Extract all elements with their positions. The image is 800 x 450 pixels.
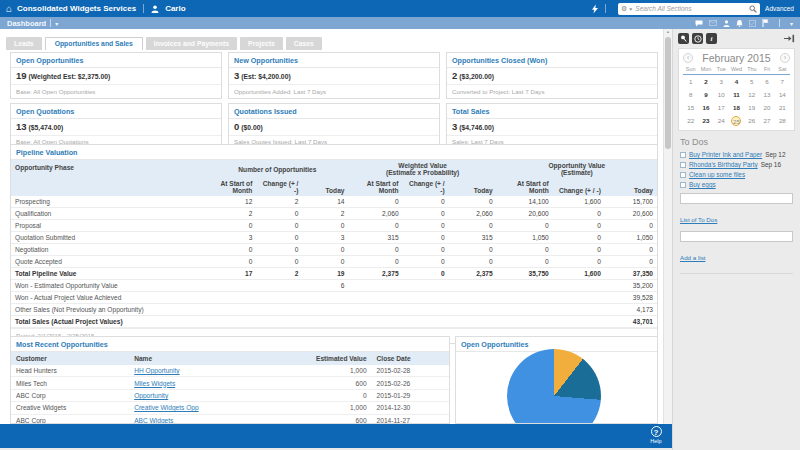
kpi-card-value: 2 ($3,200.00) (447, 68, 657, 85)
todo-item: Clean up some files (680, 171, 793, 178)
calendar-date-2[interactable]: 2 (698, 78, 713, 87)
value-cell: 0 (348, 244, 402, 256)
calendar-date-9[interactable]: 9 (698, 91, 713, 100)
kpi-card-title[interactable]: Quotations Issued (229, 104, 439, 119)
chat-icon[interactable] (695, 20, 703, 27)
opportunity-link[interactable]: ABC Widgets (134, 417, 173, 424)
main-scrollbar[interactable]: ▲ (663, 29, 672, 424)
top-app-bar: ⌂ Consolidated Widgets Services Carlo ⚙ … (0, 0, 800, 17)
opportunity-link[interactable]: Opportunity (134, 392, 168, 399)
list-of-todos-link[interactable]: List of To Dos (680, 216, 717, 223)
value-cell (553, 292, 605, 304)
calendar-date-18[interactable]: 18 (729, 104, 744, 113)
home-icon[interactable]: ⌂ (6, 4, 12, 14)
calendar-date-13[interactable]: 13 (759, 91, 774, 100)
calendar-date-20[interactable]: 20 (759, 104, 774, 113)
chevron-down-icon[interactable]: ▾ (55, 20, 58, 27)
kpi-card-title[interactable]: Open Quotations (11, 104, 221, 119)
calendar-date-25[interactable]: 25 (729, 117, 744, 126)
value-cell (348, 304, 402, 316)
tab-opportunities-and-sales[interactable]: Opportunities and Sales (45, 37, 143, 50)
mail-icon[interactable] (709, 20, 717, 26)
search-input[interactable] (635, 5, 749, 12)
opportunity-link[interactable]: Creative Widgets Opp (134, 404, 199, 411)
kpi-card-title[interactable]: Open Opportunities (11, 53, 221, 68)
quick-actions-icon[interactable] (592, 4, 598, 14)
add-a-list-link[interactable]: Add a list (680, 254, 705, 261)
calendar-date-7[interactable]: 7 (775, 78, 790, 87)
kpi-card-title[interactable]: New Opportunities (229, 53, 439, 68)
kpi-card-title[interactable]: Opportunities Closed (Won) (447, 53, 657, 68)
notifications-bell-icon[interactable] (736, 20, 743, 27)
scrollbar-thumb[interactable] (665, 37, 671, 149)
calendar-date-16[interactable]: 16 (698, 104, 713, 113)
help-button[interactable]: ? Help (643, 426, 669, 444)
flag-icon[interactable] (762, 19, 769, 27)
current-user-menu[interactable]: Carlo (165, 4, 185, 13)
calendar-date-6[interactable]: 6 (759, 78, 774, 87)
todo-list-input[interactable] (680, 231, 793, 242)
calendar-date-11[interactable]: 11 (729, 91, 744, 100)
view-selector[interactable]: Dashboard (7, 19, 46, 28)
todo-link[interactable]: Rhonda's Birthday Party (689, 161, 758, 168)
calendar-date-5[interactable]: 5 (744, 78, 759, 87)
calendar-date-19[interactable]: 19 (744, 104, 759, 113)
calendar-date-12[interactable]: 12 (744, 91, 759, 100)
new-todo-input[interactable] (680, 193, 793, 204)
todo-link[interactable]: Clean up some files (689, 171, 745, 178)
pin-icon[interactable] (678, 33, 689, 44)
calendar-date-17[interactable]: 17 (714, 104, 729, 113)
todo-date: Sep 12 (765, 151, 785, 158)
calendar-prev-icon[interactable]: ‹ (683, 53, 693, 63)
todo-link[interactable]: Buy eggs (689, 181, 716, 188)
tab-cases[interactable]: Cases (286, 37, 322, 50)
search-scope-caret-icon[interactable]: ▼ (628, 6, 633, 12)
calendar-date-15[interactable]: 15 (683, 104, 698, 113)
value-cell: 0 (553, 244, 605, 256)
calendar-date-4[interactable]: 4 (729, 78, 744, 87)
clock-icon[interactable] (692, 33, 703, 44)
tasks-icon[interactable] (749, 20, 756, 27)
calendar-date-27[interactable]: 27 (759, 117, 774, 126)
calendar-date-28[interactable]: 28 (775, 117, 790, 126)
value-cell: 35,750 (497, 268, 553, 280)
calendar-date-3[interactable]: 3 (714, 78, 729, 87)
calendar-date-26[interactable]: 26 (744, 117, 759, 126)
open-opportunities-pie-chart[interactable] (507, 349, 601, 424)
collapse-panel-icon[interactable] (784, 34, 795, 43)
todo-checkbox[interactable] (680, 172, 686, 178)
tab-leads[interactable]: Leads (6, 37, 42, 50)
info-icon[interactable]: i (706, 33, 717, 44)
calendar-date-23[interactable]: 23 (698, 117, 713, 126)
advanced-search-link[interactable]: Advanced (765, 5, 794, 12)
calendar-date-1[interactable]: 1 (683, 78, 698, 87)
kpi-card-title[interactable]: Total Sales (447, 104, 657, 119)
opportunity-link[interactable]: HH Opportunity (134, 367, 179, 374)
todo-checkbox[interactable] (680, 152, 686, 158)
calendar-date-14[interactable]: 14 (775, 91, 790, 100)
calendar-date-22[interactable]: 22 (683, 117, 698, 126)
calendar-date-10[interactable]: 10 (714, 91, 729, 100)
contacts-icon[interactable] (723, 20, 730, 27)
tab-projects[interactable]: Projects (240, 37, 283, 50)
opportunity-link[interactable]: Miles Widgets (134, 380, 175, 387)
search-icon[interactable] (749, 5, 757, 13)
value-cell: 0 (256, 232, 302, 244)
todo-checkbox[interactable] (680, 162, 686, 168)
todo-link[interactable]: Buy Printer Ink and Paper (689, 151, 762, 158)
todo-checkbox[interactable] (680, 182, 686, 188)
value-cell: 0 (403, 256, 449, 268)
tab-invoices-and-payments[interactable]: Invoices and Payments (146, 37, 237, 50)
calendar-date-8[interactable]: 8 (683, 91, 698, 100)
pipeline-table-body: Prospecting1221400014,1001,60015,700Qual… (11, 196, 657, 328)
chevron-down-icon[interactable]: ▾ (790, 20, 793, 27)
search-options-icon[interactable]: ⚙ (621, 5, 627, 12)
calendar-date-21[interactable]: 21 (775, 104, 790, 113)
scroll-up-icon[interactable]: ▲ (664, 29, 672, 35)
calendar-month-title: February 2015 (702, 52, 770, 64)
value-cell: 4,173 (605, 304, 657, 316)
calendar-date-24[interactable]: 24 (714, 117, 729, 126)
calendar-next-icon[interactable]: › (780, 53, 790, 63)
value-cell: 1,050 (605, 232, 657, 244)
kpi-card-caption: Base: All Open Opportunities (11, 85, 221, 98)
